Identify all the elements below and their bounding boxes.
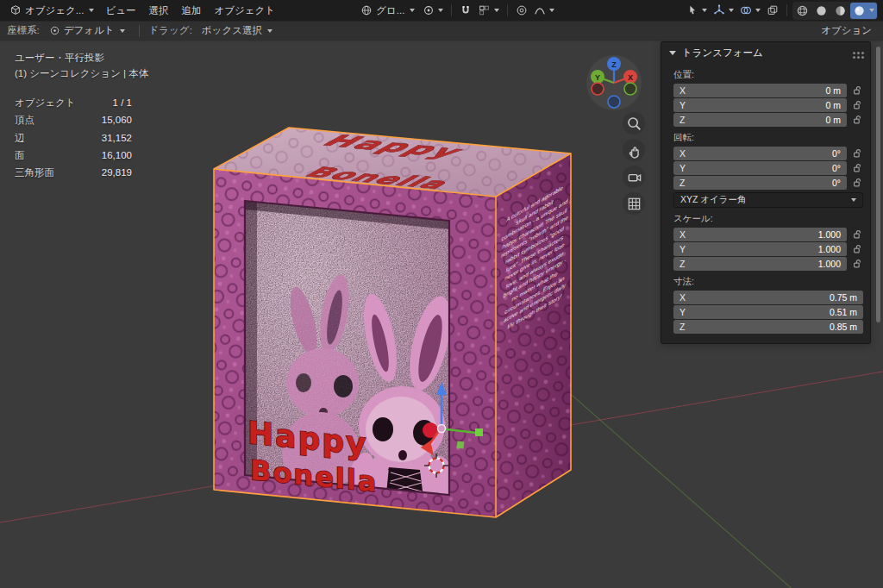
xray-toggle[interactable] <box>764 3 781 18</box>
shading-rendered-button[interactable] <box>850 3 877 19</box>
axis-neg-x-ball[interactable] <box>592 83 604 95</box>
drag-mode-value: ボックス選択 <box>202 24 262 37</box>
object-mode-icon <box>9 4 22 16</box>
bunny-left-eye <box>373 417 393 441</box>
axis-neg-z-ball[interactable] <box>608 96 620 108</box>
dimensions-y-field[interactable]: Y0.51 m <box>673 305 863 319</box>
location-z-field[interactable]: Z0 m <box>673 113 847 127</box>
location-z-row: Z0 m <box>673 113 863 127</box>
coordinate-system-value: デフォルト <box>64 24 115 37</box>
chevron-down-icon <box>89 9 94 12</box>
dimensions-z-field[interactable]: Z0.85 m <box>673 320 863 334</box>
lock-icon[interactable] <box>851 229 863 240</box>
3d-viewport[interactable]: Happy Bonella Happy Bonella <box>0 40 883 588</box>
cursor-arrow-icon <box>686 4 698 16</box>
options-label: オプション <box>821 24 872 37</box>
scale-x-field[interactable]: X1.000 <box>673 228 847 241</box>
rotation-z-row: Z0° <box>673 176 863 190</box>
overlays-icon <box>740 4 752 16</box>
transform-orientation-dropdown[interactable]: グロ... <box>356 3 419 19</box>
snap-toggle[interactable] <box>457 3 474 18</box>
gizmo-icon <box>713 4 725 16</box>
camera-view-button[interactable] <box>623 166 645 188</box>
snap-settings-dropdown[interactable] <box>475 3 502 18</box>
pan-hand-button[interactable] <box>623 139 645 161</box>
drag-mode-dropdown[interactable]: ボックス選択 <box>197 22 277 39</box>
chevron-down-icon <box>438 9 443 12</box>
panel-title: トランスフォーム <box>682 47 763 59</box>
dimensions-y-row: Y0.51 m <box>673 305 863 319</box>
xray-icon <box>767 4 779 16</box>
chevron-down-icon <box>120 29 125 33</box>
proportional-falloff-dropdown[interactable] <box>531 3 557 18</box>
options-popover[interactable]: オプション <box>817 22 876 39</box>
editor-mode-dropdown[interactable]: オブジェク... <box>5 3 98 19</box>
scale-y-field[interactable]: Y1.000 <box>673 242 847 256</box>
menu-add[interactable]: 追加 <box>175 2 207 20</box>
menu-select[interactable]: 選択 <box>142 2 174 20</box>
toggle-grid-button[interactable] <box>623 192 645 215</box>
chevron-down-icon <box>410 9 415 12</box>
scale-z-field[interactable]: Z1.000 <box>673 257 847 271</box>
shading-material-button[interactable] <box>831 3 849 19</box>
lock-icon[interactable] <box>851 259 863 269</box>
rotation-x-field[interactable]: X0° <box>673 147 847 160</box>
lock-icon[interactable] <box>851 100 863 110</box>
rotation-y-field[interactable]: Y0° <box>673 161 847 175</box>
tool-settings-bar: 座標系: デフォルト ドラッグ: ボックス選択 オプション <box>0 21 883 40</box>
shading-solid-button[interactable] <box>812 3 830 19</box>
coordinate-system-dropdown[interactable]: デフォルト <box>45 22 129 39</box>
chevron-down-icon <box>729 9 734 12</box>
menu-object[interactable]: オブジェクト <box>208 2 281 20</box>
panel-drag-grip[interactable] <box>853 52 855 54</box>
navigation-gizmo[interactable]: Z Y X <box>585 53 643 112</box>
location-x-field[interactable]: X0 m <box>673 84 847 97</box>
chevron-down-icon <box>851 198 856 202</box>
rotation-z-field[interactable]: Z0° <box>673 176 847 190</box>
pivot-point-dropdown[interactable] <box>420 3 446 18</box>
proportional-editing-toggle[interactable] <box>513 3 530 18</box>
shading-wireframe-button[interactable] <box>793 3 811 19</box>
zoom-button[interactable] <box>623 112 645 134</box>
orientation-preset-icon <box>49 25 60 36</box>
chevron-down-icon <box>755 9 761 12</box>
lock-icon[interactable] <box>851 244 863 254</box>
snap-increment-icon <box>478 4 491 16</box>
projection-label: ユーザー・平行投影 <box>15 50 148 66</box>
viewport-scrollbar[interactable] <box>876 47 880 322</box>
chevron-down-icon <box>267 29 272 33</box>
location-label: 位置: <box>673 69 863 81</box>
scene-statistics: オブジェクト1 / 1 頂点15,060 辺31,152 面16,100 三角形… <box>15 95 148 181</box>
transform-panel-header[interactable]: トランスフォーム <box>661 42 870 64</box>
dimensions-z-row: Z0.85 m <box>673 320 863 334</box>
lock-icon[interactable] <box>851 148 863 159</box>
lock-icon[interactable] <box>851 163 863 173</box>
rotation-y-row: Y0° <box>673 161 863 175</box>
orientation-label: グロ... <box>376 4 404 17</box>
gizmos-dropdown[interactable] <box>711 3 736 18</box>
location-y-field[interactable]: Y0 m <box>673 98 847 112</box>
selectability-visibility-dropdown[interactable] <box>684 3 710 18</box>
rotation-mode-dropdown[interactable]: XYZ オイラー角 <box>673 192 863 208</box>
drag-label: ドラッグ: <box>149 24 192 37</box>
dimensions-x-field[interactable]: X0.75 m <box>673 291 863 304</box>
magnet-icon <box>460 4 472 16</box>
viewport-shading-group <box>792 2 878 20</box>
viewport-info-overlay: ユーザー・平行投影 (1) シーンコレクション | 本体 オブジェクト1 / 1… <box>15 50 148 181</box>
menu-view[interactable]: ビュー <box>99 2 141 20</box>
transform-panel: トランスフォーム 位置: X0 m Y0 m Z0 m 回転: <box>661 41 871 344</box>
rotation-label: 回転: <box>673 132 863 144</box>
scale-x-row: X1.000 <box>673 228 863 241</box>
dimensions-label: 寸法: <box>673 276 863 288</box>
overlays-dropdown[interactable] <box>737 3 763 18</box>
lock-icon[interactable] <box>851 85 863 96</box>
axis-neg-y-ball[interactable] <box>624 83 636 95</box>
globe-icon <box>360 4 373 16</box>
location-y-row: Y0 m <box>673 98 863 112</box>
lock-icon[interactable] <box>851 178 863 188</box>
lock-icon[interactable] <box>851 115 863 125</box>
collapse-arrow-icon[interactable] <box>669 51 676 55</box>
scale-y-row: Y1.000 <box>673 242 863 256</box>
chevron-down-icon <box>549 9 554 12</box>
chevron-down-icon <box>702 9 707 12</box>
